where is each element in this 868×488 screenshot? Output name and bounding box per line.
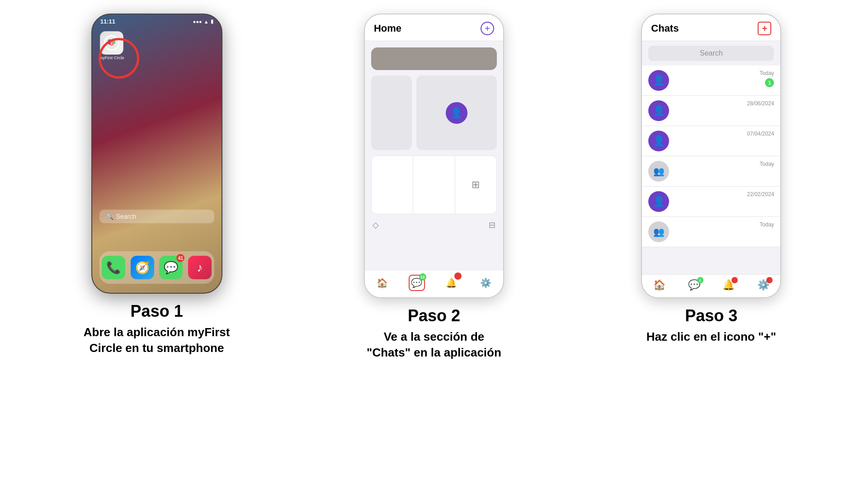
chat-item-5[interactable]: 👤 22/02/2024	[642, 187, 780, 217]
wifi-icon: ▲	[204, 19, 209, 24]
chat-avatar-4: 👥	[648, 161, 669, 182]
chats-title: Chats	[651, 23, 679, 34]
step1-title: Paso 1	[131, 302, 183, 321]
bottom-nav: 🏠 💬 12 🔔 ⚙️	[365, 270, 503, 297]
settings-nav-icon: ⚙️	[478, 275, 494, 291]
step1-column: 11:11 ●●● ▲ ▮ i	[32, 14, 282, 356]
chats-search-bar[interactable]: Search	[648, 46, 774, 61]
layers-icon: ⊞	[472, 179, 480, 191]
home-nav-icon: 🏠	[374, 275, 390, 291]
chats-bottom-nav: 🏠 💬 1 🔔 ⚙️	[642, 274, 780, 297]
phone-search-bar[interactable]: 🔍 Search	[99, 210, 214, 223]
svg-text:i: i	[111, 41, 113, 46]
alerts-badge	[454, 272, 462, 280]
home-screen-header: Home +	[365, 14, 503, 41]
person-icon: 👤	[450, 107, 462, 119]
chat-avatar-6: 👥	[648, 221, 669, 242]
chat-item-3[interactable]: 👤 07/04/2024	[642, 126, 780, 156]
chat-avatar-5: 👤	[648, 191, 669, 212]
chat-item-1[interactable]: 👤 Today 1	[642, 66, 780, 96]
dock-phone-icon[interactable]: 📞	[102, 256, 125, 279]
chat-date-1: Today	[760, 70, 774, 76]
phone-icon: 📞	[106, 261, 121, 275]
phone-frame: 11:11 ●●● ▲ ▮ i	[91, 14, 222, 294]
search-label: Search	[116, 213, 136, 220]
alerts-nav-icon: 🔔	[443, 275, 459, 291]
home-title: Home	[374, 23, 401, 34]
messages-badge: 41	[176, 254, 184, 262]
chat-date-4: Today	[760, 161, 774, 167]
home-bottom-col-2	[413, 156, 455, 214]
chat-list: 👤 Today 1 👤 28/06/2024 👤 07/04/2024 👥	[642, 66, 780, 274]
chats-nav-settings[interactable]: ⚙️	[757, 279, 769, 291]
home-content: 👤 ⊞ ◇ ⊟	[365, 41, 503, 270]
chat-item-6[interactable]: 👥 Today	[642, 217, 780, 247]
myfirstcircle-label: myFirst Circle	[99, 56, 124, 61]
step3-desc: Haz clic en el icono "+"	[646, 329, 776, 345]
home-bottom-cards: ⊞	[371, 155, 497, 214]
chat-avatar-2: 👤	[648, 100, 669, 121]
step2-desc: Ve a la sección de"Chats" en la aplicaci…	[367, 329, 501, 361]
nav-alerts[interactable]: 🔔	[443, 275, 459, 291]
phone-status-icons: ●●● ▲ ▮	[193, 19, 213, 24]
step3-title: Paso 3	[685, 306, 737, 325]
dock-music-icon[interactable]: ♪	[188, 256, 212, 279]
chat-item-2[interactable]: 👤 28/06/2024	[642, 96, 780, 126]
step1-desc: Abre la aplicación myFirstCircle en tu s…	[84, 324, 230, 356]
dock-messages-icon[interactable]: 💬 41	[159, 256, 183, 279]
home-screen: Home + 👤 ⊞ ◇	[364, 14, 504, 298]
step2-title: Paso 2	[408, 306, 460, 325]
step2-column: Home + 👤 ⊞ ◇	[309, 14, 559, 361]
search-icon: 🔍	[106, 213, 113, 220]
step3-column: Chats + Search 👤 Today 1 👤 28/06/2024 👤	[586, 14, 836, 345]
chats-screen: Chats + Search 👤 Today 1 👤 28/06/2024 👤	[641, 14, 781, 298]
phone-time: 11:11	[100, 18, 115, 25]
chat-nav-icon: 💬 12	[409, 275, 425, 291]
chat-date-5: 22/02/2024	[747, 191, 774, 197]
home-card-right: 👤	[416, 75, 497, 150]
chat-item-4[interactable]: 👥 Today	[642, 156, 780, 187]
messages-icon: 💬	[164, 261, 178, 275]
chat-unread-1: 1	[765, 78, 774, 87]
phone-dock: 📞 🧭 💬 41 ♪	[99, 251, 214, 284]
home-plus-button[interactable]: +	[481, 22, 494, 35]
chats-nav-home[interactable]: 🏠	[653, 279, 665, 291]
home-bottom-icon-1: ◇	[369, 219, 382, 231]
home-bottom-icon-2: ⊟	[486, 219, 499, 231]
chats-chat-badge: 1	[697, 277, 703, 283]
home-cards-row: 👤	[371, 75, 497, 150]
chats-nav-alerts[interactable]: 🔔	[722, 279, 735, 291]
chats-settings-badge	[766, 277, 773, 283]
home-bottom-col-3: ⊞	[455, 156, 496, 214]
phone-status-bar: 11:11 ●●● ▲ ▮	[92, 14, 222, 25]
battery-icon: ▮	[211, 19, 213, 24]
signal-icon: ●●●	[193, 19, 202, 24]
chat-date-2: 28/06/2024	[747, 100, 774, 107]
safari-icon: 🧭	[135, 261, 150, 275]
dock-safari-icon[interactable]: 🧭	[131, 256, 154, 279]
nav-chat[interactable]: 💬 12	[409, 275, 425, 291]
chat-date-6: Today	[760, 221, 774, 228]
chat-date-3: 07/04/2024	[747, 131, 774, 137]
chats-plus-button[interactable]: +	[758, 22, 771, 35]
chats-alerts-badge	[731, 277, 738, 283]
chat-avatar-3: 👤	[648, 131, 669, 151]
chat-nav-badge: 12	[419, 273, 426, 281]
home-card-left	[371, 75, 412, 150]
music-icon: ♪	[197, 261, 203, 275]
home-bottom-col-1	[372, 156, 413, 214]
chats-header: Chats +	[642, 14, 780, 41]
chats-nav-chat[interactable]: 💬 1	[688, 279, 700, 291]
home-banner	[371, 47, 497, 70]
chat-avatar-1: 👤	[648, 70, 669, 91]
home-avatar: 👤	[446, 102, 467, 124]
myfirstcircle-app-icon[interactable]: i	[100, 31, 123, 55]
nav-home[interactable]: 🏠	[374, 275, 390, 291]
nav-settings[interactable]: ⚙️	[478, 275, 494, 291]
home-bottom-icons: ◇ ⊟	[365, 217, 503, 233]
